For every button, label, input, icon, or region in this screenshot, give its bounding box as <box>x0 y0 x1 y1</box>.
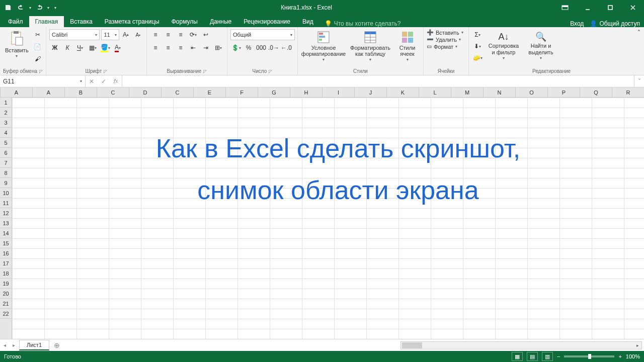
column-header[interactable]: A <box>1 87 33 97</box>
format-painter-icon[interactable]: 🖌 <box>32 53 43 64</box>
column-header[interactable]: R <box>612 87 644 97</box>
alignment-launcher-icon[interactable]: ◸ <box>203 69 207 74</box>
row-header[interactable]: 10 <box>0 188 12 198</box>
share-button[interactable]: 👤 Общий доступ <box>590 20 640 27</box>
collapse-ribbon-icon[interactable]: ˄ <box>634 27 644 75</box>
row-header[interactable]: 2 <box>0 108 12 118</box>
autosum-icon[interactable]: Σ▾ <box>472 29 483 40</box>
accounting-format-icon[interactable]: 💲▾ <box>230 42 242 53</box>
close-icon[interactable] <box>621 0 644 15</box>
column-header[interactable]: B <box>65 87 97 97</box>
find-select-button[interactable]: 🔍 Найти и выделить▾ <box>524 31 557 62</box>
paste-button[interactable]: Вставить ▾ <box>3 29 31 60</box>
row-header[interactable]: 1 <box>0 98 12 108</box>
name-box[interactable]: G11▾ <box>0 75 86 87</box>
sheet-tab-1[interactable]: Лист1 <box>19 340 49 350</box>
align-right-icon[interactable]: ≡ <box>175 42 186 53</box>
align-middle-icon[interactable]: ≡ <box>163 29 174 40</box>
row-header[interactable]: 13 <box>0 218 12 228</box>
zoom-out-icon[interactable]: − <box>557 353 560 359</box>
sheet-nav-prev-icon[interactable]: ◂ <box>0 342 9 348</box>
fill-icon[interactable]: ⬇▾ <box>472 41 483 52</box>
row-header[interactable]: 15 <box>0 238 12 248</box>
page-break-view-icon[interactable]: ▥ <box>542 352 553 361</box>
row-header[interactable]: 18 <box>0 268 12 279</box>
column-header[interactable]: P <box>548 87 580 97</box>
fx-icon[interactable]: fx <box>110 78 122 85</box>
bold-button[interactable]: Ж <box>49 42 60 53</box>
column-header[interactable]: A <box>33 87 65 97</box>
row-header[interactable]: 12 <box>0 208 12 218</box>
row-header[interactable]: 16 <box>0 248 12 258</box>
column-header[interactable]: K <box>387 87 419 97</box>
column-header[interactable]: I <box>323 87 355 97</box>
normal-view-icon[interactable]: ▦ <box>512 352 523 361</box>
column-header[interactable]: Q <box>580 87 612 97</box>
row-header[interactable]: 3 <box>0 118 12 128</box>
font-name-select[interactable]: Calibri▾ <box>49 29 100 40</box>
clipboard-launcher-icon[interactable]: ◸ <box>39 69 43 74</box>
formula-input[interactable] <box>122 75 634 87</box>
maximize-icon[interactable] <box>599 0 621 15</box>
merge-center-icon[interactable]: ⊞▾ <box>213 42 224 53</box>
row-header[interactable]: 5 <box>0 138 12 148</box>
cells-area[interactable]: Как в Excel сделать скриншот, снимок обл… <box>12 98 644 339</box>
cut-icon[interactable]: ✂ <box>32 29 43 40</box>
column-header[interactable]: D <box>129 87 162 97</box>
row-header[interactable]: 4 <box>0 128 12 138</box>
row-header[interactable]: 22 <box>0 309 12 319</box>
zoom-in-icon[interactable]: + <box>618 353 621 359</box>
tab-review[interactable]: Рецензирование <box>237 16 296 27</box>
font-size-select[interactable]: 11▾ <box>101 29 119 40</box>
save-icon[interactable] <box>3 3 13 13</box>
increase-indent-icon[interactable]: ⇥ <box>200 42 211 53</box>
decrease-decimal-icon[interactable]: ←.0 <box>281 42 292 53</box>
column-header[interactable]: E <box>194 87 226 97</box>
align-top-icon[interactable]: ≡ <box>150 29 161 40</box>
horizontal-scrollbar[interactable]: ◂ ▸ <box>400 341 642 349</box>
enter-formula-icon[interactable]: ✓ <box>98 78 110 85</box>
row-header[interactable]: 6 <box>0 148 12 158</box>
column-header[interactable]: O <box>516 87 548 97</box>
column-header[interactable]: L <box>419 87 451 97</box>
italic-button[interactable]: К <box>62 42 73 53</box>
tab-home[interactable]: Главная <box>29 16 64 27</box>
orientation-icon[interactable]: ⟳▾ <box>188 29 199 40</box>
sort-filter-button[interactable]: A↓ Сортировка и фильтр▾ <box>486 31 521 62</box>
scroll-right-icon[interactable]: ▸ <box>633 343 641 348</box>
cancel-formula-icon[interactable]: ✕ <box>86 78 98 85</box>
sheet-nav-next-icon[interactable]: ▸ <box>9 342 18 348</box>
decrease-font-icon[interactable]: A▾ <box>133 29 143 40</box>
tell-me-search[interactable]: 💡 Что вы хотите сделать? <box>325 20 571 27</box>
scroll-thumb[interactable] <box>402 342 422 348</box>
font-color-button[interactable]: A▾ <box>112 42 123 53</box>
tab-view[interactable]: Вид <box>296 16 319 27</box>
clear-icon[interactable]: 🧽▾ <box>472 52 483 63</box>
font-launcher-icon[interactable]: ◸ <box>104 69 107 74</box>
sign-in-link[interactable]: Вход <box>570 20 584 27</box>
wrap-text-icon[interactable]: ↩ <box>200 29 211 40</box>
number-format-select[interactable]: Общий▾ <box>230 29 295 40</box>
align-bottom-icon[interactable]: ≡ <box>175 29 186 40</box>
tab-file[interactable]: Файл <box>2 16 29 27</box>
row-header[interactable]: 9 <box>0 178 12 188</box>
column-header[interactable]: N <box>484 87 516 97</box>
expand-formula-bar-icon[interactable]: ˅ <box>634 75 644 87</box>
row-header[interactable]: 17 <box>0 258 12 268</box>
delete-cells-button[interactable]: ➖Удалить▾ <box>427 36 465 43</box>
row-header[interactable]: 11 <box>0 198 12 208</box>
decrease-indent-icon[interactable]: ⇤ <box>188 42 199 53</box>
cell-styles-button[interactable]: Стили ячеек▾ <box>394 30 420 63</box>
row-header[interactable]: 8 <box>0 168 12 178</box>
column-header[interactable]: G <box>258 87 290 97</box>
fill-color-button[interactable]: 🪣▾ <box>100 42 111 53</box>
conditional-format-button[interactable]: Условное форматирование▾ <box>301 30 346 63</box>
row-header[interactable]: 7 <box>0 158 12 168</box>
row-header[interactable]: 14 <box>0 228 12 238</box>
ribbon-options-icon[interactable] <box>553 0 576 15</box>
increase-font-icon[interactable]: A▴ <box>121 29 131 40</box>
row-header[interactable]: 21 <box>0 299 12 309</box>
zoom-slider[interactable] <box>564 355 614 357</box>
redo-icon[interactable] <box>34 3 44 13</box>
minimize-icon[interactable] <box>576 0 599 15</box>
